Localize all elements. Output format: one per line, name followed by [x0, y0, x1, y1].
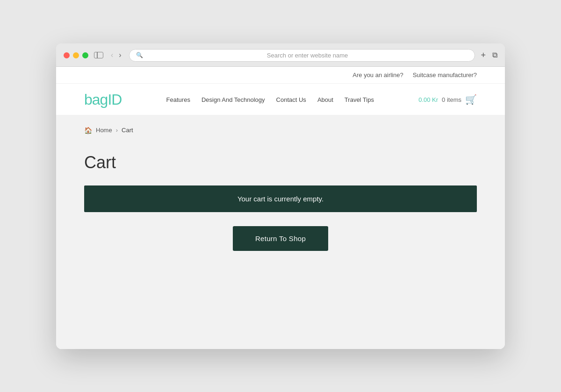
manufacturer-link[interactable]: Suitcase manufacturer?: [413, 71, 477, 78]
new-tab-icon[interactable]: +: [481, 50, 486, 60]
site-logo[interactable]: bagID: [84, 91, 122, 108]
main-nav: Features Design And Technology Contact U…: [166, 96, 374, 103]
cart-page-title: Cart: [84, 153, 477, 172]
nav-travel-tips[interactable]: Travel Tips: [345, 96, 374, 103]
home-icon: 🏠: [84, 127, 92, 134]
minimize-button[interactable]: [73, 52, 79, 58]
nav-design-technology[interactable]: Design And Technology: [201, 96, 265, 103]
browser-window: ‹ › 🔍 Search or enter website name + ⧉ A…: [56, 43, 505, 349]
return-to-shop-button[interactable]: Return To Shop: [233, 226, 328, 251]
breadcrumb-home-link[interactable]: Home: [96, 127, 112, 134]
page-content: 🏠 Home › Cart Cart Your cart is currentl…: [56, 115, 505, 349]
airline-link[interactable]: Are you an airline?: [352, 71, 403, 78]
sidebar-toggle-icon[interactable]: [94, 52, 103, 58]
back-arrow-icon[interactable]: ‹: [109, 50, 115, 60]
cart-empty-notice: Your cart is currently empty.: [84, 185, 477, 212]
breadcrumb-current: Cart: [122, 127, 133, 134]
browser-chrome: ‹ › 🔍 Search or enter website name + ⧉: [56, 43, 505, 67]
cart-count: 0 items: [442, 96, 461, 103]
address-input[interactable]: Search or enter website name: [147, 52, 468, 59]
close-button[interactable]: [64, 52, 70, 58]
address-bar[interactable]: 🔍 Search or enter website name: [129, 49, 475, 62]
cart-price: 0.00 Kr: [418, 96, 438, 103]
search-icon: 🔍: [136, 52, 143, 58]
site-header: bagID Features Design And Technology Con…: [56, 84, 505, 115]
top-bar: Are you an airline? Suitcase manufacture…: [56, 67, 505, 84]
forward-arrow-icon[interactable]: ›: [117, 50, 123, 60]
traffic-lights: [64, 52, 88, 58]
maximize-button[interactable]: [82, 52, 88, 58]
browser-actions: + ⧉: [481, 50, 497, 60]
cart-icon: 🛒: [465, 94, 477, 105]
nav-about[interactable]: About: [317, 96, 333, 103]
tab-overview-icon[interactable]: ⧉: [492, 51, 497, 59]
nav-contact-us[interactable]: Contact Us: [276, 96, 306, 103]
nav-arrows: ‹ ›: [109, 50, 123, 60]
breadcrumb: 🏠 Home › Cart: [84, 127, 477, 134]
breadcrumb-separator: ›: [116, 127, 118, 134]
nav-features[interactable]: Features: [166, 96, 190, 103]
cart-area[interactable]: 0.00 Kr 0 items 🛒: [418, 94, 477, 105]
website: Are you an airline? Suitcase manufacture…: [56, 67, 505, 349]
